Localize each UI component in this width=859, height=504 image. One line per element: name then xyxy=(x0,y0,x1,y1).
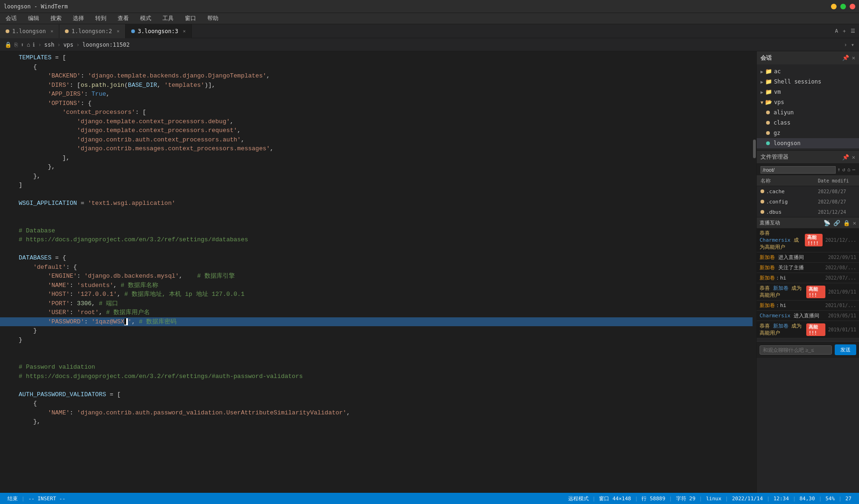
fm-path-more[interactable]: ⋯ xyxy=(852,167,855,173)
fm-item-cache[interactable]: .cache 2022/08/27 xyxy=(757,186,859,196)
live-msg-8-text: 恭喜 新加卷 成为高能用户 xyxy=(760,322,803,336)
editor-scrollbar[interactable] xyxy=(753,51,756,493)
menu-search[interactable]: 搜索 xyxy=(49,14,63,23)
fm-path-input[interactable] xyxy=(760,166,836,174)
status-char-count: 字符 29 xyxy=(676,495,696,502)
editor-wrapper: TEMPLATES = [ { 'BACKEND': 'django.templ… xyxy=(0,51,756,493)
tab-close-1[interactable]: ✕ xyxy=(50,28,53,34)
fm-close-icon[interactable]: ✕ xyxy=(852,154,855,161)
status-date[interactable]: 2022/11/14 xyxy=(728,496,767,502)
tree-arrow-vps: ▼ xyxy=(760,100,763,105)
menu-select[interactable]: 选择 xyxy=(71,14,86,23)
live-time-4: 2022/07/... xyxy=(825,275,856,280)
tree-item-class[interactable]: class xyxy=(757,118,859,128)
tab-3[interactable]: 3.loongson:3 ✕ xyxy=(126,24,192,38)
minimize-button[interactable] xyxy=(831,4,837,9)
live-broadcast-icon[interactable]: 📡 xyxy=(824,220,831,226)
sessions-pin-icon[interactable]: 📌 xyxy=(842,55,849,61)
menu-window[interactable]: 窗口 xyxy=(183,14,198,23)
tab-dot-3 xyxy=(131,29,135,33)
tab-1[interactable]: 1.loongson ✕ xyxy=(0,24,59,38)
code-line: 'NAME': 'django.contrib.auth.password_va… xyxy=(0,408,753,418)
path-server[interactable]: loongson:11502 xyxy=(83,42,130,48)
path-vps[interactable]: vps xyxy=(63,42,74,48)
status-scroll[interactable]: 54% xyxy=(822,496,838,502)
fm-item-config[interactable]: .config 2022/08/27 xyxy=(757,196,859,207)
code-line: ] xyxy=(0,181,753,190)
toolbar-copy-icon[interactable]: ⎘ xyxy=(14,42,18,48)
live-share-icon[interactable]: 🔗 xyxy=(833,220,840,226)
scrollbar-thumb[interactable] xyxy=(753,140,756,158)
status-remote[interactable]: 远程模式 xyxy=(564,495,592,502)
status-line[interactable]: 行 58889 xyxy=(638,495,669,502)
status-mode[interactable]: -- INSERT -- xyxy=(25,493,69,504)
fm-item-dbus[interactable]: .dbus 2021/12/24 xyxy=(757,207,859,217)
menu-session[interactable]: 会话 xyxy=(4,14,19,23)
tree-item-ac[interactable]: ▶ 📁 ac xyxy=(757,66,859,77)
menu-help[interactable]: 帮助 xyxy=(205,14,220,23)
code-line: { xyxy=(0,399,753,408)
live-close-icon[interactable]: ✕ xyxy=(853,220,856,226)
menu-edit[interactable]: 编辑 xyxy=(26,14,41,23)
live-lock-icon[interactable]: 🔒 xyxy=(843,220,850,226)
fm-path-bar: ↑ ↺ ⌂ ⋯ xyxy=(757,164,859,176)
code-line: { xyxy=(0,63,753,72)
tab-close-2[interactable]: ✕ xyxy=(117,28,120,34)
live-time-1: 2021/12/... xyxy=(825,238,856,243)
fm-item-name-dbus: .dbus xyxy=(766,209,816,215)
code-line: 'APP_DIRS': True, xyxy=(0,90,753,99)
tab-add[interactable]: ＋ xyxy=(842,28,847,35)
status-linenum[interactable]: 27 xyxy=(842,496,855,502)
title-bar: loongson - WindTerm xyxy=(0,0,859,13)
live-msg-4-text: 新加卷：hi xyxy=(760,274,786,281)
tree-item-gz[interactable]: gz xyxy=(757,128,859,138)
right-panel: 会话 📌 ✕ ▶ 📁 ac ▶ 📁 Shell sessions xyxy=(756,51,859,493)
editor-scroll[interactable]: TEMPLATES = [ { 'BACKEND': 'django.templ… xyxy=(0,51,753,493)
tab-close-3[interactable]: ✕ xyxy=(183,28,186,34)
fm-path-home[interactable]: ⌂ xyxy=(847,167,851,173)
live-badge-1: 高能 !!!! xyxy=(805,234,822,246)
live-chat-input[interactable] xyxy=(760,345,832,355)
tab-2[interactable]: 1.loongson:2 ✕ xyxy=(59,24,126,38)
sessions-close-icon[interactable]: ✕ xyxy=(852,55,855,61)
status-char[interactable]: 字符 29 xyxy=(672,495,699,502)
live-msg-1-text: 恭喜 Charmersix 成为高能用户 xyxy=(760,230,802,251)
path-dropdown[interactable]: ▾ xyxy=(851,42,854,48)
status-time[interactable]: 12:34 xyxy=(770,496,793,502)
live-badge-8: 高能 !!! xyxy=(806,323,825,336)
fm-path-refresh[interactable]: ↺ xyxy=(842,167,845,173)
tree-item-vm[interactable]: ▶ 📁 vm xyxy=(757,87,859,97)
toolbar-info-icon[interactable]: ℹ xyxy=(33,42,35,48)
status-window[interactable]: 窗口 44×148 xyxy=(595,495,634,502)
menu-view[interactable]: 查看 xyxy=(116,14,131,23)
session-dot-aliyun xyxy=(766,111,770,114)
live-send-button[interactable]: 发送 xyxy=(835,344,856,355)
tree-item-loongson[interactable]: loongson xyxy=(757,138,859,148)
close-button[interactable] xyxy=(850,4,855,9)
status-end[interactable]: 结束 xyxy=(4,493,21,504)
toolbar-home-icon[interactable]: ⌂ xyxy=(27,42,30,48)
menu-goto[interactable]: 转到 xyxy=(93,14,108,23)
fm-dot-cache xyxy=(760,189,764,193)
code-line xyxy=(0,344,753,354)
toolbar-upload-icon[interactable]: ⬆ xyxy=(21,42,24,48)
tab-more[interactable]: ☰ xyxy=(851,28,855,34)
fm-path-up[interactable]: ↑ xyxy=(838,167,841,173)
status-os[interactable]: linux xyxy=(702,496,725,502)
fm-pin-icon[interactable]: 📌 xyxy=(842,154,849,161)
tree-item-vps[interactable]: ▼ 📂 vps xyxy=(757,97,859,107)
menu-tools[interactable]: 工具 xyxy=(161,14,176,23)
tree-item-aliyun[interactable]: aliyun xyxy=(757,107,859,118)
tree-label-ac: ac xyxy=(774,68,781,75)
status-cursor-pos[interactable]: 84,30 xyxy=(796,496,819,502)
live-msg-3-text: 新加卷 关注了主播 xyxy=(760,264,804,271)
tree-arrow-ac: ▶ xyxy=(760,69,763,74)
tree-item-shell[interactable]: ▶ 📁 Shell sessions xyxy=(757,77,859,87)
path-ssh[interactable]: ssh xyxy=(44,42,55,48)
editor[interactable]: TEMPLATES = [ { 'BACKEND': 'django.templ… xyxy=(0,51,753,493)
menu-mode[interactable]: 模式 xyxy=(138,14,153,23)
file-manager: 文件管理器 📌 ✕ ↑ ↺ ⌂ ⋯ 名称 Date modifi xyxy=(757,151,859,493)
code-line xyxy=(0,245,753,254)
maximize-button[interactable] xyxy=(840,4,846,9)
path-chevron[interactable]: › xyxy=(844,42,847,48)
